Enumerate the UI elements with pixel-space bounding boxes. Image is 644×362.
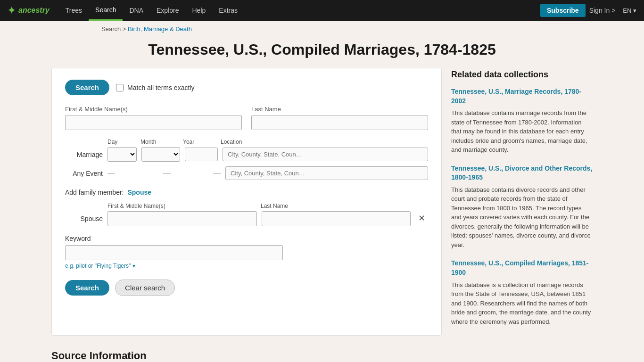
search-button-bottom[interactable]: Search (65, 280, 109, 296)
keyword-hint[interactable]: e.g. pilot or "Flying Tigers" ▾ (65, 263, 428, 269)
related-item-2: Tennessee, U.S., Compiled Marriages, 185… (451, 259, 593, 326)
year-label: Year (183, 139, 216, 145)
any-event-location-input[interactable] (225, 166, 428, 180)
marriage-month-select[interactable]: JanFebMarApr MayJunJulAug SepOctNovDec (141, 147, 180, 162)
breadcrumb-search: Search (101, 25, 121, 33)
nav-right: Subscribe Sign In > EN ▾ (540, 4, 636, 17)
keyword-label: Keyword (65, 235, 428, 242)
date-sub-labels: Day Month Year Location (107, 139, 428, 145)
source-section: Source Information Ancestry.com. Tenness… (44, 350, 600, 362)
related-desc-0: This database contains marriage records … (451, 108, 593, 155)
nav-search[interactable]: Search (89, 0, 123, 21)
spouse-section: First & Middle Name(s) Last Name Spouse … (65, 203, 428, 226)
nav-dna[interactable]: DNA (123, 0, 150, 21)
dash1: — (107, 169, 115, 178)
related-link-1[interactable]: Tennessee, U.S., Divorce and Other Recor… (451, 164, 593, 182)
nav-extras[interactable]: Extras (212, 0, 244, 21)
spouse-name-row: Spouse ✕ (65, 211, 428, 226)
bottom-buttons: Search Clear search (65, 280, 428, 296)
marriage-row: Marriage 12345 678910 1112131415 1617181… (65, 147, 428, 162)
marriage-location-input[interactable] (223, 148, 428, 161)
day-label: Day (107, 139, 136, 145)
page-title: Tennessee, U.S., Compiled Marriages, 178… (0, 33, 644, 68)
language-selector[interactable]: EN ▾ (623, 7, 636, 14)
match-exact-checkbox[interactable] (116, 84, 124, 91)
related-item-0: Tennessee, U.S., Marriage Records, 1780-… (451, 87, 593, 155)
marriage-day-select[interactable]: 12345 678910 1112131415 1617181920 21222… (107, 147, 137, 162)
location-label: Location (221, 139, 428, 145)
marriage-year-input[interactable] (185, 148, 218, 161)
search-panel: Search Match all terms exactly First & M… (51, 68, 442, 336)
ancestry-logo-icon: ✦ (8, 5, 16, 16)
keyword-section: Keyword e.g. pilot or "Flying Tigers" ▾ (65, 235, 428, 269)
main-layout: Search Match all terms exactly First & M… (44, 68, 600, 350)
dash2: — (163, 169, 171, 178)
add-family-row: Add family member: Spouse (65, 189, 428, 196)
breadcrumb: Search > Birth, Marriage & Death (0, 21, 644, 33)
breadcrumb-separator: > (123, 25, 128, 33)
spouse-row-label: Spouse (65, 215, 103, 226)
last-name-group: Last Name (251, 106, 428, 130)
related-link-0[interactable]: Tennessee, U.S., Marriage Records, 1780-… (451, 87, 593, 106)
related-desc-2: This database is a collection of marriag… (451, 280, 593, 327)
navbar: ✦ ancestry Trees Search DNA Explore Help… (0, 0, 644, 21)
marriage-label: Marriage (65, 151, 103, 158)
last-name-input[interactable] (251, 115, 428, 130)
any-event-label: Any Event (65, 170, 103, 177)
dash3: — (213, 169, 221, 178)
first-middle-input[interactable] (65, 115, 242, 130)
name-row: First & Middle Name(s) Last Name (65, 106, 428, 130)
related-item-1: Tennessee, U.S., Divorce and Other Recor… (451, 164, 593, 250)
spouse-first-label: First & Middle Name(s) (107, 203, 256, 209)
related-link-2[interactable]: Tennessee, U.S., Compiled Marriages, 185… (451, 259, 593, 277)
match-exact-label[interactable]: Match all terms exactly (127, 84, 194, 91)
breadcrumb-link[interactable]: Birth, Marriage & Death (128, 25, 192, 33)
add-family-label: Add family member: (65, 189, 124, 196)
first-middle-label: First & Middle Name(s) (65, 106, 242, 113)
any-event-row: Any Event — — — (65, 166, 428, 180)
spouse-first-input[interactable] (107, 211, 257, 226)
event-section: Marriage 12345 678910 1112131415 1617181… (65, 147, 428, 180)
nav-help[interactable]: Help (186, 0, 213, 21)
first-middle-group: First & Middle Name(s) (65, 106, 242, 130)
search-top-row: Search Match all terms exactly (65, 80, 428, 95)
sidebar: Related data collections Tennessee, U.S.… (451, 68, 593, 336)
keyword-input[interactable] (65, 245, 283, 260)
nav-explore[interactable]: Explore (150, 0, 185, 21)
logo[interactable]: ✦ ancestry (8, 5, 50, 16)
spouse-last-input[interactable] (262, 211, 411, 226)
related-desc-1: This database contains divorce records a… (451, 185, 593, 250)
logo-text: ancestry (18, 6, 50, 15)
last-name-label: Last Name (251, 106, 428, 113)
add-spouse-link[interactable]: Spouse (127, 189, 151, 196)
search-button-top[interactable]: Search (65, 80, 109, 95)
source-title: Source Information (51, 350, 593, 362)
signin-button[interactable]: Sign In > (589, 7, 616, 14)
sidebar-title: Related data collections (451, 68, 593, 80)
remove-spouse-button[interactable]: ✕ (415, 213, 428, 226)
match-exact-row: Match all terms exactly (116, 84, 194, 91)
clear-search-button[interactable]: Clear search (115, 280, 175, 296)
subscribe-button[interactable]: Subscribe (540, 4, 586, 17)
nav-trees[interactable]: Trees (59, 0, 89, 21)
month-label: Month (140, 139, 178, 145)
spouse-last-label: Last Name (261, 203, 409, 209)
nav-links: Trees Search DNA Explore Help Extras (59, 0, 540, 21)
